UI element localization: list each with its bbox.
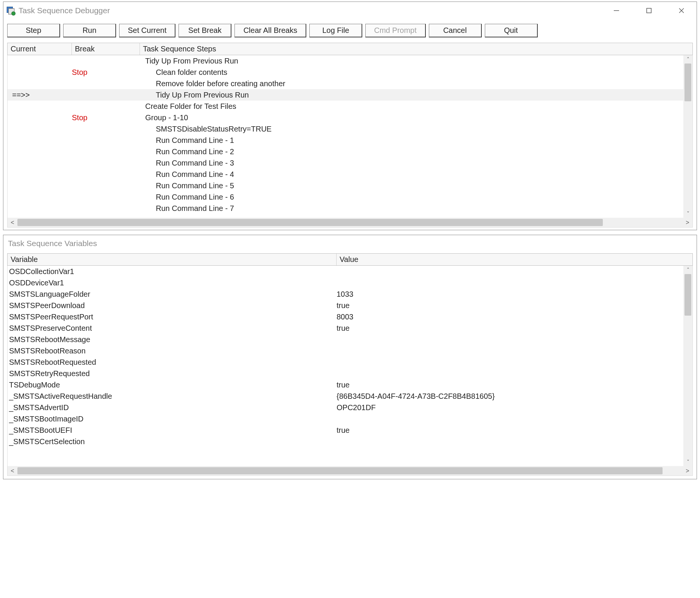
step-row[interactable]: Run Command Line - 7	[8, 203, 692, 214]
close-button[interactable]	[673, 4, 690, 17]
step-row[interactable]: Run Command Line - 4	[8, 169, 692, 180]
variable-name: TSDebugMode	[8, 379, 337, 390]
maximize-button[interactable]	[641, 4, 657, 17]
variable-row[interactable]: SMSTSPeerRequestPort8003	[8, 311, 692, 322]
clear-breaks-button[interactable]: Clear All Breaks	[234, 24, 306, 37]
variable-row[interactable]: SMSTSPreserveContenttrue	[8, 322, 692, 334]
variable-name: _SMSTSBootUEFI	[8, 424, 337, 436]
step-text: SMSTSDisableStatusRetry=TRUE	[140, 123, 692, 135]
step-text: Clean folder contents	[140, 67, 692, 78]
variable-value: true	[337, 300, 692, 311]
column-current[interactable]: Current	[8, 43, 72, 55]
scroll-left-icon[interactable]: <	[8, 219, 17, 226]
column-value[interactable]: Value	[337, 254, 692, 265]
set-current-button[interactable]: Set Current	[119, 24, 175, 37]
step-row[interactable]: SMSTSDisableStatusRetry=TRUE	[8, 123, 692, 135]
scroll-thumb[interactable]	[684, 274, 691, 316]
step-text: Run Command Line - 4	[140, 169, 692, 180]
minimize-button[interactable]	[608, 4, 625, 17]
scroll-right-icon[interactable]: >	[683, 219, 692, 226]
svg-point-2	[12, 12, 16, 15]
step-button[interactable]: Step	[7, 24, 60, 37]
variable-row[interactable]: SMSTSRebootReason	[8, 345, 692, 356]
step-row[interactable]: Tidy Up From Previous Run	[8, 55, 692, 67]
step-current-marker	[8, 203, 72, 214]
scroll-left-icon[interactable]: <	[8, 468, 17, 474]
step-break-marker	[72, 89, 140, 101]
svg-rect-4	[647, 8, 651, 13]
scroll-right-icon[interactable]: >	[683, 468, 692, 474]
step-break-marker	[72, 191, 140, 203]
step-row[interactable]: ==>>Tidy Up From Previous Run	[8, 89, 692, 101]
column-steps[interactable]: Task Sequence Steps	[140, 43, 692, 55]
log-file-button[interactable]: Log File	[309, 24, 362, 37]
step-row[interactable]: StopClean folder contents	[8, 67, 692, 78]
quit-button[interactable]: Quit	[485, 24, 538, 37]
column-variable[interactable]: Variable	[8, 254, 337, 265]
window-title: Task Sequence Debugger	[19, 6, 608, 15]
variable-value: true	[337, 424, 692, 436]
variable-row[interactable]: SMSTSRebootMessage	[8, 334, 692, 345]
step-row[interactable]: StopGroup - 1-10	[8, 112, 692, 123]
step-current-marker	[8, 101, 72, 112]
step-break-marker	[72, 123, 140, 135]
step-break-marker	[72, 157, 140, 169]
variable-row[interactable]: _SMSTSCertSelection	[8, 436, 692, 447]
run-button[interactable]: Run	[63, 24, 116, 37]
step-text: Tidy Up From Previous Run	[140, 55, 692, 67]
horizontal-scrollbar[interactable]: < >	[7, 466, 693, 476]
step-row[interactable]: Run Command Line - 2	[8, 146, 692, 157]
variable-row[interactable]: TSDebugModetrue	[8, 379, 692, 390]
vertical-scrollbar[interactable]: ˄ ˅	[683, 55, 692, 218]
step-break-marker: Stop	[72, 112, 140, 123]
variable-row[interactable]: SMSTSPeerDownloadtrue	[8, 300, 692, 311]
variable-row[interactable]: SMSTSRebootRequested	[8, 356, 692, 368]
step-text: Run Command Line - 3	[140, 157, 692, 169]
variable-row[interactable]: _SMSTSActiveRequestHandle{86B345D4-A04F-…	[8, 390, 692, 402]
scroll-track[interactable]	[17, 218, 683, 227]
variable-row[interactable]: SMSTSLanguageFolder1033	[8, 288, 692, 300]
variable-row[interactable]: _SMSTSAdvertIDOPC201DF	[8, 402, 692, 413]
step-text: Run Command Line - 5	[140, 180, 692, 191]
set-break-button[interactable]: Set Break	[178, 24, 231, 37]
step-row[interactable]: Run Command Line - 1	[8, 135, 692, 146]
variable-name: SMSTSLanguageFolder	[8, 288, 337, 300]
vertical-scrollbar[interactable]: ˄ ˅	[683, 266, 692, 466]
debugger-window: Task Sequence Debugger Step Run Set Curr…	[3, 2, 697, 230]
step-row[interactable]: Remove folder before creating another	[8, 78, 692, 89]
variable-name: _SMSTSCertSelection	[8, 436, 337, 447]
steps-body[interactable]: Tidy Up From Previous RunStopClean folde…	[7, 55, 693, 218]
step-row[interactable]: Run Command Line - 5	[8, 180, 692, 191]
variable-value: {86B345D4-A04F-4724-A73B-C2F8B4B81605}	[337, 390, 692, 402]
variable-row[interactable]: _SMSTSBootImageID	[8, 413, 692, 424]
cancel-button[interactable]: Cancel	[429, 24, 482, 37]
variable-value	[337, 266, 692, 277]
variable-name: SMSTSRebootMessage	[8, 334, 337, 345]
scroll-up-icon[interactable]: ˄	[683, 266, 692, 274]
scroll-thumb[interactable]	[684, 64, 691, 101]
step-text: Run Command Line - 6	[140, 191, 692, 203]
step-row[interactable]: Run Command Line - 3	[8, 157, 692, 169]
variable-name: _SMSTSActiveRequestHandle	[8, 390, 337, 402]
horizontal-scrollbar[interactable]: < >	[7, 218, 693, 228]
variable-row[interactable]: OSDDeviceVar1	[8, 277, 692, 288]
step-row[interactable]: Create Folder for Test Files	[8, 101, 692, 112]
scroll-hthumb[interactable]	[17, 219, 603, 226]
variables-title: Task Sequence Variables	[3, 235, 697, 253]
scroll-track[interactable]	[17, 466, 683, 476]
variable-value: true	[337, 379, 692, 390]
step-row[interactable]: Run Command Line - 6	[8, 191, 692, 203]
scroll-hthumb[interactable]	[17, 467, 663, 474]
variable-row[interactable]: OSDCollectionVar1	[8, 266, 692, 277]
variable-value	[337, 334, 692, 345]
variable-value	[337, 277, 692, 288]
scroll-down-icon[interactable]: ˅	[683, 209, 692, 218]
variable-row[interactable]: SMSTSRetryRequested	[8, 368, 692, 379]
step-text: Run Command Line - 7	[140, 203, 692, 214]
scroll-down-icon[interactable]: ˅	[683, 458, 692, 466]
variable-row[interactable]: _SMSTSBootUEFItrue	[8, 424, 692, 436]
variable-name: SMSTSRebootReason	[8, 345, 337, 356]
scroll-up-icon[interactable]: ˄	[683, 55, 692, 64]
column-break[interactable]: Break	[72, 43, 140, 55]
variables-body[interactable]: OSDCollectionVar1OSDDeviceVar1SMSTSLangu…	[7, 266, 693, 466]
